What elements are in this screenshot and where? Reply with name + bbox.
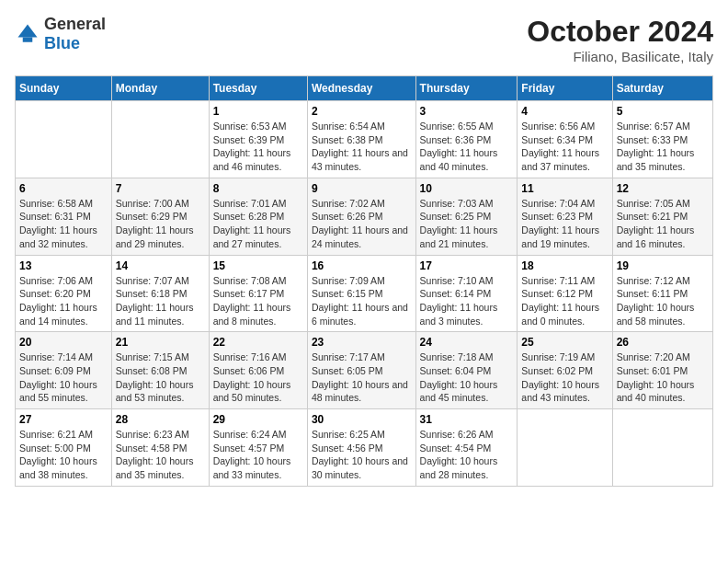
calendar-cell: 24Sunrise: 7:18 AMSunset: 6:04 PMDayligh… bbox=[415, 332, 518, 409]
day-info: Sunrise: 7:18 AMSunset: 6:04 PMDaylight:… bbox=[420, 350, 514, 405]
calendar-body: 1Sunrise: 6:53 AMSunset: 6:39 PMDaylight… bbox=[16, 101, 713, 487]
day-number: 14 bbox=[116, 259, 205, 272]
calendar-cell: 10Sunrise: 7:03 AMSunset: 6:25 PMDayligh… bbox=[415, 178, 518, 255]
day-info: Sunrise: 7:11 AMSunset: 6:12 PMDaylight:… bbox=[521, 274, 608, 328]
calendar-cell: 13Sunrise: 7:06 AMSunset: 6:20 PMDayligh… bbox=[16, 255, 112, 332]
day-number: 30 bbox=[312, 413, 412, 426]
day-number: 28 bbox=[116, 413, 205, 426]
page-header: General Blue October 2024 Filiano, Basil… bbox=[15, 15, 713, 64]
day-number: 17 bbox=[420, 259, 514, 272]
day-info: Sunrise: 6:56 AMSunset: 6:34 PMDaylight:… bbox=[521, 120, 608, 174]
day-info: Sunrise: 7:20 AMSunset: 6:01 PMDaylight:… bbox=[617, 350, 709, 405]
calendar-cell: 2Sunrise: 6:54 AMSunset: 6:38 PMDaylight… bbox=[307, 101, 415, 178]
calendar-cell: 25Sunrise: 7:19 AMSunset: 6:02 PMDayligh… bbox=[518, 332, 612, 409]
logo-icon bbox=[15, 21, 40, 47]
calendar-cell: 1Sunrise: 6:53 AMSunset: 6:39 PMDaylight… bbox=[209, 101, 307, 178]
day-info: Sunrise: 7:00 AMSunset: 6:29 PMDaylight:… bbox=[116, 197, 205, 251]
day-number: 31 bbox=[420, 413, 514, 426]
weekday-thursday: Thursday bbox=[415, 76, 518, 101]
day-info: Sunrise: 7:07 AMSunset: 6:18 PMDaylight:… bbox=[116, 274, 205, 328]
calendar-week-3: 20Sunrise: 7:14 AMSunset: 6:09 PMDayligh… bbox=[16, 332, 713, 409]
day-number: 3 bbox=[420, 105, 514, 118]
calendar-table: SundayMondayTuesdayWednesdayThursdayFrid… bbox=[15, 75, 713, 487]
calendar-cell: 15Sunrise: 7:08 AMSunset: 6:17 PMDayligh… bbox=[209, 255, 307, 332]
logo-general: General bbox=[44, 15, 106, 33]
day-info: Sunrise: 7:19 AMSunset: 6:02 PMDaylight:… bbox=[521, 350, 608, 405]
calendar-cell: 6Sunrise: 6:58 AMSunset: 6:31 PMDaylight… bbox=[16, 178, 112, 255]
day-number: 24 bbox=[420, 336, 514, 349]
day-number: 23 bbox=[312, 336, 412, 349]
title-block: October 2024 Filiano, Basilicate, Italy bbox=[527, 15, 713, 64]
weekday-friday: Friday bbox=[518, 76, 612, 101]
day-info: Sunrise: 6:21 AMSunset: 5:00 PMDaylight:… bbox=[19, 428, 108, 482]
calendar-cell: 17Sunrise: 7:10 AMSunset: 6:14 PMDayligh… bbox=[415, 255, 518, 332]
month-title: October 2024 bbox=[527, 15, 713, 49]
day-info: Sunrise: 6:26 AMSunset: 4:54 PMDaylight:… bbox=[420, 428, 514, 482]
day-number: 10 bbox=[420, 182, 514, 195]
day-number: 9 bbox=[312, 182, 412, 195]
day-info: Sunrise: 6:54 AMSunset: 6:38 PMDaylight:… bbox=[312, 120, 412, 174]
calendar-cell bbox=[518, 409, 612, 487]
day-info: Sunrise: 7:05 AMSunset: 6:21 PMDaylight:… bbox=[617, 197, 709, 251]
day-info: Sunrise: 7:14 AMSunset: 6:09 PMDaylight:… bbox=[19, 350, 108, 405]
weekday-sunday: Sunday bbox=[16, 76, 112, 101]
day-number: 8 bbox=[213, 182, 303, 195]
calendar-cell: 29Sunrise: 6:24 AMSunset: 4:57 PMDayligh… bbox=[209, 409, 307, 487]
calendar-week-0: 1Sunrise: 6:53 AMSunset: 6:39 PMDaylight… bbox=[16, 101, 713, 178]
day-number: 4 bbox=[521, 105, 608, 118]
weekday-header-row: SundayMondayTuesdayWednesdayThursdayFrid… bbox=[16, 76, 713, 101]
day-number: 11 bbox=[521, 182, 608, 195]
calendar-week-2: 13Sunrise: 7:06 AMSunset: 6:20 PMDayligh… bbox=[16, 255, 713, 332]
calendar-cell: 11Sunrise: 7:04 AMSunset: 6:23 PMDayligh… bbox=[518, 178, 612, 255]
day-info: Sunrise: 7:08 AMSunset: 6:17 PMDaylight:… bbox=[213, 274, 303, 328]
day-number: 2 bbox=[312, 105, 412, 118]
day-info: Sunrise: 7:03 AMSunset: 6:25 PMDaylight:… bbox=[420, 197, 514, 251]
svg-marker-0 bbox=[18, 25, 38, 38]
calendar-cell: 26Sunrise: 7:20 AMSunset: 6:01 PMDayligh… bbox=[612, 332, 712, 409]
calendar-cell bbox=[16, 101, 112, 178]
day-info: Sunrise: 7:01 AMSunset: 6:28 PMDaylight:… bbox=[213, 197, 303, 251]
day-number: 21 bbox=[116, 336, 205, 349]
calendar-cell: 19Sunrise: 7:12 AMSunset: 6:11 PMDayligh… bbox=[612, 255, 712, 332]
calendar-cell: 14Sunrise: 7:07 AMSunset: 6:18 PMDayligh… bbox=[111, 255, 209, 332]
calendar-cell: 21Sunrise: 7:15 AMSunset: 6:08 PMDayligh… bbox=[111, 332, 209, 409]
day-info: Sunrise: 7:16 AMSunset: 6:06 PMDaylight:… bbox=[213, 350, 303, 405]
day-info: Sunrise: 6:53 AMSunset: 6:39 PMDaylight:… bbox=[213, 120, 303, 174]
calendar-cell bbox=[612, 409, 712, 487]
day-number: 7 bbox=[116, 182, 205, 195]
day-info: Sunrise: 7:06 AMSunset: 6:20 PMDaylight:… bbox=[19, 274, 108, 328]
svg-rect-1 bbox=[23, 38, 33, 42]
calendar-cell: 9Sunrise: 7:02 AMSunset: 6:26 PMDaylight… bbox=[307, 178, 415, 255]
calendar-cell: 16Sunrise: 7:09 AMSunset: 6:15 PMDayligh… bbox=[307, 255, 415, 332]
day-info: Sunrise: 6:57 AMSunset: 6:33 PMDaylight:… bbox=[617, 120, 709, 174]
calendar-cell: 7Sunrise: 7:00 AMSunset: 6:29 PMDaylight… bbox=[111, 178, 209, 255]
logo: General Blue bbox=[15, 15, 106, 53]
calendar-cell: 8Sunrise: 7:01 AMSunset: 6:28 PMDaylight… bbox=[209, 178, 307, 255]
day-number: 20 bbox=[19, 336, 108, 349]
day-number: 25 bbox=[521, 336, 608, 349]
weekday-saturday: Saturday bbox=[612, 76, 712, 101]
day-number: 16 bbox=[312, 259, 412, 272]
day-info: Sunrise: 6:23 AMSunset: 4:58 PMDaylight:… bbox=[116, 428, 205, 482]
day-info: Sunrise: 7:17 AMSunset: 6:05 PMDaylight:… bbox=[312, 350, 412, 405]
day-number: 1 bbox=[213, 105, 303, 118]
location-title: Filiano, Basilicate, Italy bbox=[527, 49, 713, 64]
day-number: 27 bbox=[19, 413, 108, 426]
calendar-cell: 31Sunrise: 6:26 AMSunset: 4:54 PMDayligh… bbox=[415, 409, 518, 487]
day-info: Sunrise: 7:02 AMSunset: 6:26 PMDaylight:… bbox=[312, 197, 412, 251]
day-number: 19 bbox=[617, 259, 709, 272]
day-number: 5 bbox=[617, 105, 709, 118]
day-info: Sunrise: 7:04 AMSunset: 6:23 PMDaylight:… bbox=[521, 197, 608, 251]
calendar-week-4: 27Sunrise: 6:21 AMSunset: 5:00 PMDayligh… bbox=[16, 409, 713, 487]
weekday-wednesday: Wednesday bbox=[307, 76, 415, 101]
day-info: Sunrise: 7:15 AMSunset: 6:08 PMDaylight:… bbox=[116, 350, 205, 405]
day-info: Sunrise: 6:58 AMSunset: 6:31 PMDaylight:… bbox=[19, 197, 108, 251]
calendar-cell: 4Sunrise: 6:56 AMSunset: 6:34 PMDaylight… bbox=[518, 101, 612, 178]
day-number: 26 bbox=[617, 336, 709, 349]
calendar-cell: 5Sunrise: 6:57 AMSunset: 6:33 PMDaylight… bbox=[612, 101, 712, 178]
calendar-cell: 30Sunrise: 6:25 AMSunset: 4:56 PMDayligh… bbox=[307, 409, 415, 487]
calendar-cell: 18Sunrise: 7:11 AMSunset: 6:12 PMDayligh… bbox=[518, 255, 612, 332]
day-number: 18 bbox=[521, 259, 608, 272]
day-info: Sunrise: 7:12 AMSunset: 6:11 PMDaylight:… bbox=[617, 274, 709, 328]
calendar-week-1: 6Sunrise: 6:58 AMSunset: 6:31 PMDaylight… bbox=[16, 178, 713, 255]
